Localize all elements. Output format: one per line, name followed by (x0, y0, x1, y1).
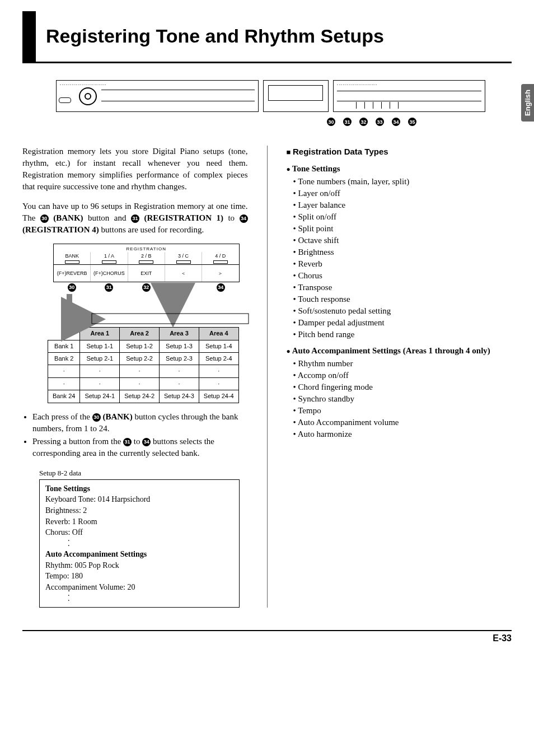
grid-header: Area 1 (80, 328, 120, 340)
intro-paragraph-1: Registration memory lets you store Digit… (22, 146, 248, 193)
left-column: Registration memory lets you store Digit… (22, 146, 248, 608)
registration-panel-diagram: REGISTRATION BANK 1 / A 2 / B 3 / C 4 / … (53, 244, 240, 282)
grid-header: Area 2 (120, 328, 160, 340)
table-row: Bank 2Setup 2-1Setup 2-2Setup 2-3Setup 2… (48, 352, 239, 365)
section-heading: Registration Data Types (287, 146, 512, 157)
instrument-panel-diagram: ▫ ▫ ▫ ▫ ▫ ▫ ▫ ▫ ▫ ▫ ▫ ▫ ▫ ▫ ▫ ▫ ▫ ▫ ▫ ▫ … (56, 80, 512, 112)
intro-paragraph-2: You can have up to 96 setups in Registra… (22, 200, 248, 236)
list-item: Pitch bend range (293, 329, 512, 340)
list-item: Touch response (293, 293, 512, 305)
button-ref-34: 34 (240, 214, 248, 223)
list-item: Tempo (293, 405, 512, 417)
grid-header: Area 4 (199, 328, 238, 340)
list-item: Octave shift (293, 235, 512, 246)
accomp-settings-list: Rhythm number Accomp on/off Chord finger… (287, 358, 512, 440)
example-line: Reverb: 1 Room (45, 516, 233, 528)
list-item: Rhythm number (293, 358, 512, 370)
title-block: Registering Tone and Rhythm Setups (22, 11, 512, 63)
page-footer: E-33 (22, 630, 512, 643)
list-item: Synchro standby (293, 393, 512, 405)
example-line: Keyboard Tone: 014 Harpsichord (45, 494, 233, 505)
registration-panel-refs: 30 31 32 33 34 (53, 283, 240, 292)
list-item: Split point (293, 223, 512, 235)
table-row: ····· (48, 377, 239, 390)
list-item: Auto harmonize (293, 428, 512, 440)
example-box: Tone Settings Keyboard Tone: 014 Harpsic… (39, 479, 240, 608)
setup-grid-table: Area 1 Area 2 Area 3 Area 4 Bank 1Setup … (48, 327, 239, 403)
callout-num: 34 (392, 118, 400, 126)
list-item: Layer on/off (293, 188, 512, 199)
list-item: Layer balance (293, 199, 512, 211)
table-row: Bank 1Setup 1-1Setup 1-2Setup 1-3Setup 1… (48, 340, 239, 352)
example-line: Rhythm: 005 Pop Rock (45, 560, 233, 571)
column-divider (267, 146, 268, 608)
list-item: Brightness (293, 246, 512, 258)
list-item: Chord fingering mode (293, 381, 512, 393)
tone-settings-list: Tone numbers (main, layer, split) Layer … (287, 176, 512, 340)
right-column: Registration Data Types Tone Settings To… (287, 146, 512, 608)
list-item: Chorus (293, 270, 512, 282)
callout-num: 31 (343, 118, 352, 126)
example-line: Accompaniment Volume: 20 (45, 582, 233, 593)
example-line: Tempo: 180 (45, 571, 233, 582)
flow-arrows (53, 294, 248, 325)
panel-callouts: 30 31 32 33 34 35 (327, 118, 512, 126)
example-accomp-head: Auto Accompaniment Settings (45, 549, 233, 560)
list-item: Transpose (293, 282, 512, 293)
sub-heading-tone: Tone Settings (287, 163, 512, 175)
language-tab: English (521, 84, 534, 122)
list-item: Auto Accompaniment volume (293, 417, 512, 428)
list-item: Reverb (293, 258, 512, 270)
panel-left: ▫ ▫ ▫ ▫ ▫ ▫ ▫ ▫ ▫ ▫ ▫ ▫ ▫ ▫ ▫ ▫ ▫ ▫ ▫ ▫ … (56, 80, 259, 112)
callout-num: 33 (376, 118, 384, 126)
button-ref-30: 30 (40, 214, 49, 223)
title-accent-bar (22, 11, 36, 62)
callout-num: 32 (359, 118, 368, 126)
example-line: Brightness: 2 (45, 505, 233, 516)
table-row: Bank 24Setup 24-1Setup 24-2Setup 24-3Set… (48, 390, 239, 403)
list-item: Each press of the 30 (BANK) button cycle… (32, 411, 248, 435)
list-item: Soft/sostenuto pedal setting (293, 305, 512, 317)
list-item: Accomp on/off (293, 370, 512, 381)
example-line: Chorus: Off (45, 527, 233, 538)
list-item: Tone numbers (main, layer, split) (293, 176, 512, 188)
button-ref-31: 31 (131, 214, 139, 223)
usage-bullets: Each press of the 30 (BANK) button cycle… (22, 411, 248, 459)
sub-heading-accomp: Auto Accompaniment Settings (Areas 1 thr… (287, 345, 512, 357)
page-title: Registering Tone and Rhythm Setups (46, 11, 512, 62)
list-item: Damper pedal adjustment (293, 317, 512, 329)
panel-mid (263, 80, 329, 112)
grid-header: Area 3 (160, 328, 199, 340)
svg-rect-0 (92, 314, 249, 324)
callout-num: 30 (327, 118, 335, 126)
panel-right: ▫ ▫ ▫ ▫ ▫ ▫ ▫ ▫ ▫ ▫ ▫ ▫ ▫ ▫ ▫ ▫ ▫ ▫ ▫ ▫ (333, 80, 485, 112)
list-item: Pressing a button from the 31 to 34 butt… (32, 436, 248, 459)
table-row: ····· (48, 365, 239, 377)
callout-num: 35 (408, 118, 416, 126)
registration-panel-title: REGISTRATION (54, 244, 239, 252)
page-number: E-33 (493, 633, 512, 643)
list-item: Split on/off (293, 211, 512, 223)
example-tone-head: Tone Settings (45, 483, 233, 494)
example-label: Setup 8-2 data (39, 468, 248, 478)
